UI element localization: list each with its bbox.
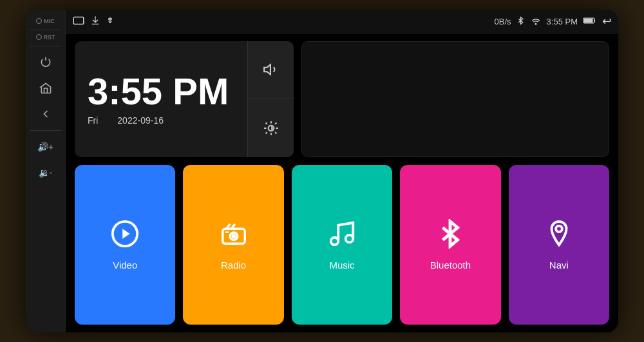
svg-point-23 [556,225,562,232]
svg-rect-0 [73,17,84,24]
navi-app-button[interactable]: Navi [509,165,609,325]
status-time: 3:55 PM [547,17,578,26]
svg-marker-3 [264,65,270,75]
volume-down-button[interactable]: 🔉- [33,160,58,185]
svg-marker-14 [122,229,130,238]
bluetooth-label: Bluetooth [430,260,471,271]
svg-point-17 [232,234,235,237]
back-nav-icon[interactable]: ↩ [602,14,612,28]
mic-label: MIC [36,18,55,24]
network-speed: 0B/s [495,17,511,26]
download-icon [90,15,100,28]
bluetooth-app-button[interactable]: Bluetooth [400,165,500,325]
clock-date-value: 2022-09-16 [117,115,164,126]
bluetooth-status-icon [516,15,525,28]
navi-label: Navi [549,260,569,271]
status-bar: 0B/s 3:55 PM [66,10,618,33]
battery-icon [583,17,597,26]
wifi-icon [530,16,542,27]
navi-icon [544,219,574,253]
radio-app-button[interactable]: Radio [183,165,283,325]
apps-row: Video Radio [75,165,609,325]
rst-label: RST [36,34,55,41]
svg-line-11 [265,132,267,133]
svg-rect-2 [584,19,592,22]
top-row: 3:55 PM Fri 2022-09-16 [75,41,609,157]
clock-controls [247,41,294,157]
music-label: Music [329,260,354,271]
main-content: 3:55 PM Fri 2022-09-16 [66,33,618,332]
home-button[interactable] [33,76,58,100]
volume-up-button[interactable]: 🔊+ [33,135,58,159]
music-icon [327,219,357,253]
clock-widget: 3:55 PM Fri 2022-09-16 [75,41,294,157]
brightness-control-button[interactable] [248,99,294,157]
status-left-icons [72,15,115,28]
svg-line-12 [275,122,276,124]
sidebar: MIC RST 🔊+ 🔉- [26,10,66,332]
radio-icon [219,219,249,253]
volume-control-button[interactable] [248,41,294,100]
main-screen: 0B/s 3:55 PM [66,10,618,332]
video-icon [110,219,140,253]
svg-point-22 [346,234,354,242]
svg-line-7 [265,122,267,124]
music-app-button[interactable]: Music [292,165,392,325]
usb-icon [106,15,115,28]
power-button[interactable] [33,50,58,75]
status-right: 0B/s 3:55 PM [495,14,612,28]
video-label: Video [113,260,137,271]
car-head-unit: MIC RST 🔊+ 🔉- [26,10,618,332]
back-button[interactable] [33,102,58,126]
radio-label: Radio [221,260,246,271]
media-widget [301,41,609,157]
svg-rect-20 [225,231,229,233]
bluetooth-icon [435,219,465,253]
window-icon [72,16,85,27]
clock-day: Fri [88,115,98,126]
video-app-button[interactable]: Video [75,165,175,325]
svg-line-8 [275,132,276,133]
svg-point-21 [331,237,339,245]
